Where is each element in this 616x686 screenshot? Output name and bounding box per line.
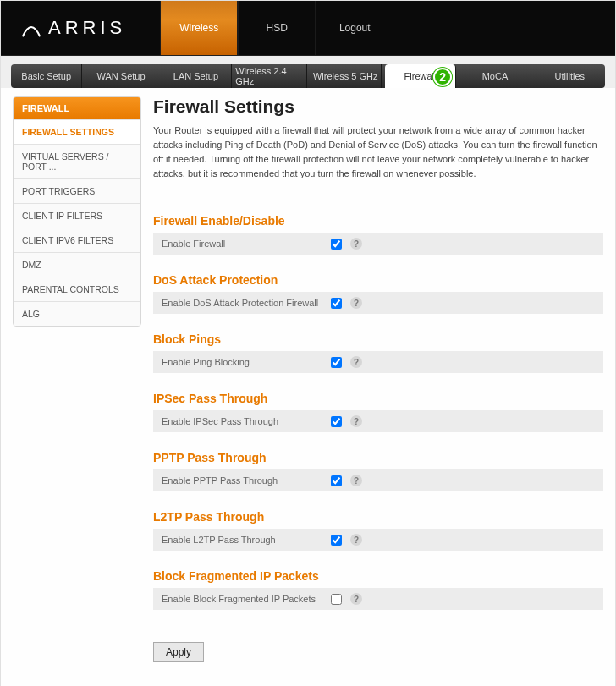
- sidebar-item-dmz[interactable]: DMZ: [14, 252, 140, 277]
- top-nav-items: WirelessHSDLogout: [160, 1, 393, 55]
- subtab-moca[interactable]: MoCA: [459, 64, 531, 88]
- subtab-basic-setup[interactable]: Basic Setup: [11, 64, 82, 88]
- sidebar-item-port-triggers[interactable]: PORT TRIGGERS: [14, 178, 140, 203]
- brand-text: ARRIS: [48, 17, 126, 39]
- topnav-item-logout[interactable]: Logout: [316, 1, 393, 55]
- enable-checkbox[interactable]: [331, 416, 342, 427]
- page-intro: Your Router is equipped with a firewall …: [153, 123, 603, 195]
- form-row: Enable PPTP Pass Through?: [153, 469, 603, 491]
- section-heading: PPTP Pass Through: [153, 451, 603, 464]
- enable-checkbox[interactable]: [331, 475, 342, 486]
- section-heading: IPSec Pass Through: [153, 392, 603, 405]
- subtab-label: Utilities: [555, 71, 585, 81]
- form-row: Enable Firewall?: [153, 233, 603, 255]
- help-icon[interactable]: ?: [350, 356, 362, 368]
- section-heading: L2TP Pass Through: [153, 510, 603, 524]
- field-label: Enable Firewall: [162, 239, 331, 249]
- sidebar-item-firewall-settings[interactable]: FIREWALL SETTINGS: [14, 119, 140, 144]
- subtab-firewall[interactable]: Firewall2: [385, 64, 456, 88]
- field-label: Enable Block Fragmented IP Packets: [162, 594, 331, 604]
- subtab-label: Basic Setup: [21, 71, 71, 81]
- help-icon[interactable]: ?: [350, 297, 362, 309]
- sidebar-item-alg[interactable]: ALG: [14, 301, 140, 326]
- step-badge-icon: 2: [433, 68, 452, 86]
- top-nav: ARRIS WirelessHSDLogout: [1, 1, 615, 56]
- subtab-wireless-2-4-ghz[interactable]: Wireless 2.4 GHz: [235, 64, 306, 88]
- subtab-label: Firewall: [404, 71, 437, 81]
- field-label: Enable DoS Attack Protection Firewall: [162, 298, 331, 308]
- router-admin-page: ARRIS WirelessHSDLogout Basic SetupWAN S…: [0, 0, 616, 686]
- field-label: Enable IPSec Pass Through: [162, 416, 331, 426]
- help-icon[interactable]: ?: [350, 238, 362, 250]
- form-row: Enable Ping Blocking?: [153, 351, 603, 373]
- subtab-wireless-5-ghz[interactable]: Wireless 5 GHz: [311, 64, 382, 88]
- subtab-utilities[interactable]: Utilities: [535, 64, 605, 88]
- form-row: Enable DoS Attack Protection Firewall?: [153, 292, 603, 314]
- sidebar-item-virtual-servers-port[interactable]: VIRTUAL SERVERS / PORT ...: [14, 144, 140, 178]
- enable-checkbox[interactable]: [331, 239, 342, 250]
- help-icon[interactable]: ?: [350, 593, 362, 605]
- section-block-fragmented-ip-packets: Block Fragmented IP PacketsEnable Block …: [153, 569, 603, 610]
- section-heading: Block Pings: [153, 332, 603, 346]
- section-l2tp-pass-through: L2TP Pass ThroughEnable L2TP Pass Throug…: [153, 510, 603, 551]
- subtab-label: LAN Setup: [173, 71, 218, 81]
- subtab-lan-setup[interactable]: LAN Setup: [161, 64, 232, 88]
- section-dos-attack-protection: DoS Attack ProtectionEnable DoS Attack P…: [153, 273, 603, 314]
- help-icon[interactable]: ?: [350, 415, 362, 427]
- section-heading: Block Fragmented IP Packets: [153, 569, 603, 583]
- form-row: Enable L2TP Pass Through?: [153, 529, 603, 551]
- section-block-pings: Block PingsEnable Ping Blocking?: [153, 332, 603, 373]
- sections-container: Firewall Enable/DisableEnable Firewall?D…: [153, 214, 603, 610]
- brand-arc-icon: [19, 16, 43, 40]
- sidebar-item-parental-controls[interactable]: PARENTAL CONTROLS: [14, 277, 140, 301]
- body-row: FIREWALL FIREWALL SETTINGSVIRTUAL SERVER…: [1, 88, 615, 686]
- section-heading: Firewall Enable/Disable: [153, 214, 603, 228]
- apply-button[interactable]: Apply: [153, 642, 204, 662]
- sidebar: FIREWALL FIREWALL SETTINGSVIRTUAL SERVER…: [13, 96, 141, 327]
- main-pane: Firewall Settings Your Router is equippe…: [153, 96, 603, 662]
- subtab-label: Wireless 5 GHz: [313, 71, 377, 81]
- enable-checkbox[interactable]: [331, 298, 342, 309]
- field-label: Enable L2TP Pass Through: [162, 535, 331, 545]
- sidebar-items: FIREWALL SETTINGSVIRTUAL SERVERS / PORT …: [14, 119, 140, 326]
- enable-checkbox[interactable]: [331, 594, 342, 605]
- form-row: Enable Block Fragmented IP Packets?: [153, 588, 603, 610]
- subtab-label: MoCA: [482, 71, 509, 81]
- subtab-label: WAN Setup: [97, 71, 146, 81]
- section-ipsec-pass-through: IPSec Pass ThroughEnable IPSec Pass Thro…: [153, 392, 603, 432]
- help-icon[interactable]: ?: [350, 475, 362, 486]
- page-title: Firewall Settings: [153, 96, 603, 117]
- field-label: Enable Ping Blocking: [162, 357, 331, 367]
- topnav-item-wireless[interactable]: Wireless: [160, 1, 238, 55]
- sidebar-item-client-ip-filters[interactable]: CLIENT IP FILTERS: [14, 203, 140, 228]
- topnav-item-hsd[interactable]: HSD: [238, 1, 316, 55]
- enable-checkbox[interactable]: [331, 357, 342, 368]
- help-icon[interactable]: ?: [350, 534, 362, 546]
- sidebar-item-client-ipv6-filters[interactable]: CLIENT IPV6 FILTERS: [14, 228, 140, 252]
- section-heading: DoS Attack Protection: [153, 273, 603, 287]
- section-firewall-enable-disable: Firewall Enable/DisableEnable Firewall?: [153, 214, 603, 255]
- field-label: Enable PPTP Pass Through: [162, 475, 331, 486]
- brand-logo: ARRIS: [19, 16, 126, 40]
- form-row: Enable IPSec Pass Through?: [153, 410, 603, 432]
- section-pptp-pass-through: PPTP Pass ThroughEnable PPTP Pass Throug…: [153, 451, 603, 491]
- sidebar-header: FIREWALL: [14, 97, 140, 119]
- subtab-label: Wireless 2.4 GHz: [235, 66, 305, 86]
- enable-checkbox[interactable]: [331, 535, 342, 546]
- subtab-wan-setup[interactable]: WAN Setup: [85, 64, 157, 88]
- subtabs: Basic SetupWAN SetupLAN SetupWireless 2.…: [11, 64, 605, 88]
- subtab-container: Basic SetupWAN SetupLAN SetupWireless 2.…: [1, 56, 615, 88]
